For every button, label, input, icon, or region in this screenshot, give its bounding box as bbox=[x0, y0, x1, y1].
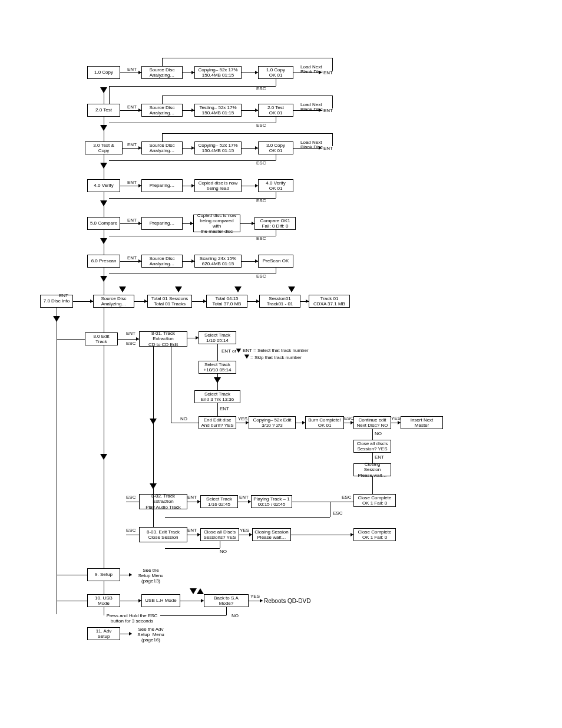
box-802-play: Playing Track – 100:15 / 02:45 bbox=[251, 495, 292, 508]
t: OK 01 bbox=[269, 148, 283, 153]
arrow bbox=[260, 599, 263, 602]
t: Source Disc bbox=[101, 296, 126, 301]
line bbox=[217, 344, 218, 361]
t: End 3 Trk 13:36 bbox=[201, 397, 234, 402]
main-spine bbox=[104, 91, 104, 615]
up-icon bbox=[197, 588, 204, 594]
box-backsa: Back to S.A Mode? bbox=[204, 594, 249, 607]
line bbox=[332, 133, 333, 146]
arrow bbox=[191, 259, 194, 263]
line bbox=[180, 601, 204, 601]
note-advsetup: See the Adv Setup Menu (page16) bbox=[133, 627, 168, 643]
line bbox=[57, 575, 87, 575]
t: Playing Track – 1 bbox=[253, 496, 289, 502]
lbl-esc: ESC bbox=[256, 199, 266, 203]
box-803-done: Close CompleteOK 1 Fail: 0 bbox=[353, 528, 396, 541]
box-di-session: Session01Track01 - 01 bbox=[259, 295, 300, 308]
line bbox=[226, 607, 227, 615]
arrow bbox=[255, 108, 258, 112]
down-icon bbox=[100, 125, 107, 131]
down-icon bbox=[244, 355, 249, 359]
box-803: 8-03. Edit TrackClose Session bbox=[139, 527, 187, 542]
line bbox=[109, 123, 276, 123]
t: OK 01 bbox=[269, 73, 283, 78]
t: 11. Adv Setup bbox=[90, 628, 118, 639]
t: USB L.H Mode bbox=[145, 598, 176, 603]
box-test-progress: Testing– 52x 17%150.4MB 01:15 bbox=[194, 104, 242, 117]
box-sel1: Select Track1/10 05:14 bbox=[199, 331, 236, 344]
note-ent: ENT = Select that track number bbox=[243, 348, 309, 353]
t: Copying– 52x 17% bbox=[198, 143, 237, 148]
line bbox=[109, 274, 276, 274]
t: 8-03. Edit Track bbox=[147, 529, 180, 535]
t: 6.0 Prescan bbox=[91, 258, 117, 263]
t: OK 01 bbox=[318, 423, 332, 428]
box-803-closing: Closing SessionPlease wait… bbox=[252, 528, 291, 541]
box-tc-progress: Copying– 52x 17%150.4MB 01:15 bbox=[194, 141, 242, 154]
t: 4.0 Verify bbox=[266, 180, 285, 186]
t: 150.4MB 01:15 bbox=[202, 73, 234, 78]
box-ps-result: PreScan OK bbox=[258, 255, 293, 268]
t: End Edit disc bbox=[204, 417, 232, 423]
lbl-yes: YES bbox=[240, 528, 249, 533]
t: Close Session bbox=[148, 535, 178, 540]
down-icon bbox=[190, 588, 197, 594]
line bbox=[109, 86, 276, 87]
arrow bbox=[90, 299, 93, 303]
line bbox=[162, 58, 332, 58]
t: Insert Next Master bbox=[403, 417, 441, 428]
box-compare-result: Compare OK1Fail: 0 Diff: 0 bbox=[254, 217, 296, 230]
t: Analyzing… bbox=[101, 301, 127, 307]
t: Closing Session bbox=[356, 462, 389, 472]
down-icon bbox=[288, 286, 295, 292]
line bbox=[372, 429, 373, 440]
arrow bbox=[255, 146, 258, 150]
box-compare: 5.0 Compare bbox=[87, 217, 120, 230]
down-icon bbox=[100, 200, 107, 206]
arrow bbox=[255, 259, 258, 263]
t: Close Complete bbox=[358, 495, 392, 500]
line bbox=[217, 374, 218, 390]
t: Testing– 52x 17% bbox=[199, 105, 236, 110]
lbl-ent: ENT bbox=[127, 105, 137, 110]
t: Play Audio Track bbox=[146, 505, 181, 510]
line bbox=[171, 347, 171, 423]
t: Copied disc is now bbox=[199, 180, 238, 186]
note-reboot: Reboots QD-DVD bbox=[264, 598, 310, 605]
arrow bbox=[252, 222, 254, 225]
t: the master disc bbox=[201, 229, 233, 234]
t: Copying– 52x Edit bbox=[253, 417, 292, 423]
line bbox=[276, 79, 276, 86]
line bbox=[276, 268, 276, 274]
box-verify-prep: Preparing… bbox=[141, 179, 183, 192]
box-copy-progress: Copying– 52x 17%150.4MB 01:15 bbox=[194, 66, 242, 79]
arrow bbox=[138, 71, 141, 74]
t: CDXA 37.1 MB bbox=[313, 301, 345, 307]
t: Back to S.A Mode? bbox=[206, 595, 246, 606]
arrow bbox=[129, 632, 132, 635]
arrow bbox=[255, 71, 258, 74]
t: Closing Session bbox=[254, 529, 288, 535]
box-verify-read: Copied disc is nowbeing read bbox=[194, 179, 242, 192]
line bbox=[153, 347, 154, 533]
box-801: 8-01. Track ExtractionCD to CD Edit bbox=[139, 331, 187, 347]
t: OK 01 bbox=[269, 186, 283, 191]
box-802-sel: Select Track1/16 02:45 bbox=[200, 495, 238, 508]
arrow bbox=[191, 146, 194, 150]
down-icon bbox=[100, 276, 107, 282]
lbl-ent: ENT bbox=[127, 180, 137, 185]
line bbox=[292, 502, 353, 502]
down-icon bbox=[100, 87, 107, 93]
lbl-ent: ENT bbox=[375, 455, 384, 460]
line bbox=[162, 95, 163, 104]
line bbox=[276, 192, 276, 198]
down-icon bbox=[150, 483, 157, 489]
lbl-ent: ENT bbox=[59, 294, 68, 298]
lbl-blank: Blank Disc bbox=[300, 145, 323, 150]
t: 620.4MB 01:15 bbox=[202, 261, 234, 266]
arrow bbox=[256, 299, 259, 303]
t: Total 01 Tracks bbox=[154, 301, 186, 307]
box-verify: 4.0 Verify bbox=[87, 179, 120, 192]
box-compare-read: Copied disc is nowbeing compared withthe… bbox=[193, 215, 240, 232]
box-803-close: Close all Disc'sSessions? YES bbox=[200, 528, 239, 541]
